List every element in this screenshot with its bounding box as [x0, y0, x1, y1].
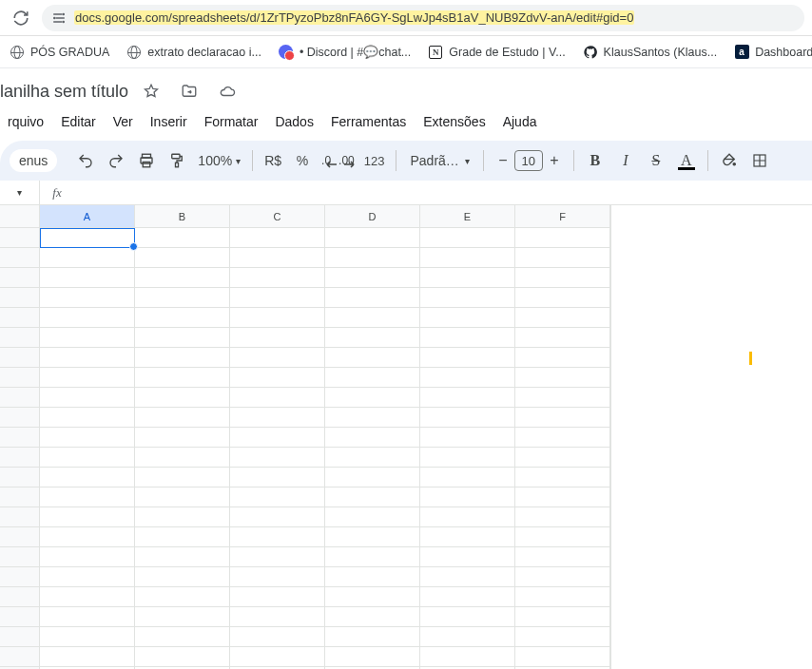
menu-item[interactable]: Ver — [106, 110, 141, 133]
cell[interactable] — [420, 607, 515, 627]
cell[interactable] — [515, 647, 610, 667]
cell[interactable] — [325, 408, 420, 428]
text-color-button[interactable]: A — [673, 147, 700, 174]
cell[interactable] — [230, 288, 325, 308]
cell[interactable] — [40, 547, 135, 567]
cell[interactable] — [515, 328, 610, 348]
cell[interactable] — [325, 527, 420, 547]
cell[interactable] — [135, 448, 230, 468]
cell[interactable] — [515, 388, 610, 408]
cell[interactable] — [40, 268, 135, 288]
zoom-select[interactable]: 100%▾ — [194, 153, 244, 168]
cell[interactable] — [230, 448, 325, 468]
row-header[interactable] — [0, 268, 40, 288]
percent-button[interactable]: % — [289, 147, 316, 174]
cell[interactable] — [40, 647, 135, 667]
column-header[interactable]: E — [420, 205, 515, 228]
cell[interactable] — [230, 527, 325, 547]
bookmark-item[interactable]: KlausSantos (Klaus... — [583, 45, 718, 60]
cell[interactable] — [325, 487, 420, 507]
cell[interactable] — [135, 567, 230, 587]
cell[interactable] — [230, 228, 325, 248]
cell[interactable] — [230, 627, 325, 647]
cell[interactable] — [515, 268, 610, 288]
cell[interactable] — [420, 228, 515, 248]
cell[interactable] — [135, 288, 230, 308]
name-box[interactable]: ▾ — [0, 181, 40, 204]
decrease-font-button[interactable]: − — [492, 149, 514, 172]
redo-icon[interactable] — [103, 147, 129, 174]
cell[interactable] — [135, 388, 230, 408]
cell[interactable] — [135, 547, 230, 567]
cell[interactable] — [40, 587, 135, 607]
cell[interactable] — [420, 507, 515, 527]
row-header[interactable] — [0, 368, 40, 388]
strikethrough-button[interactable]: S — [643, 147, 669, 174]
cell[interactable] — [40, 348, 135, 368]
row-header[interactable] — [0, 308, 40, 328]
cell[interactable] — [135, 368, 230, 388]
row-header[interactable] — [0, 228, 40, 248]
row-header[interactable] — [0, 607, 40, 627]
cell[interactable] — [515, 487, 610, 507]
cell[interactable] — [420, 567, 515, 587]
cell[interactable] — [325, 507, 420, 527]
cell[interactable] — [230, 647, 325, 667]
row-header[interactable] — [0, 448, 40, 468]
bookmark-item[interactable]: aDashboard | Alura — [734, 45, 812, 60]
cell[interactable] — [40, 567, 135, 587]
cell[interactable] — [420, 388, 515, 408]
cell[interactable] — [420, 487, 515, 507]
cell[interactable] — [40, 408, 135, 428]
cell[interactable] — [230, 468, 325, 487]
cell[interactable] — [515, 308, 610, 328]
bookmark-item[interactable]: NGrade de Estudo | V... — [428, 45, 565, 60]
cell[interactable] — [135, 248, 230, 268]
cell[interactable] — [40, 388, 135, 408]
cell[interactable] — [40, 627, 135, 647]
cell[interactable] — [515, 408, 610, 428]
cell[interactable] — [135, 348, 230, 368]
bookmark-item[interactable]: extrato declaracao i... — [126, 45, 261, 60]
paint-format-icon[interactable] — [164, 147, 190, 174]
cell[interactable] — [40, 288, 135, 308]
cell[interactable] — [420, 428, 515, 448]
menu-item[interactable]: rquivo — [0, 110, 51, 133]
url-field[interactable]: docs.google.com/spreadsheets/d/1ZrTPyzoP… — [42, 5, 804, 31]
bookmark-item[interactable]: PÓS GRADUA — [10, 45, 109, 60]
cell[interactable] — [230, 428, 325, 448]
bookmark-item[interactable]: • Discord | #💬chat... — [279, 45, 411, 60]
cell[interactable] — [230, 567, 325, 587]
row-header[interactable] — [0, 547, 40, 567]
cell[interactable] — [515, 348, 610, 368]
cell[interactable] — [325, 268, 420, 288]
cell[interactable] — [325, 448, 420, 468]
cell[interactable] — [230, 348, 325, 368]
cell[interactable] — [325, 587, 420, 607]
cell[interactable] — [40, 308, 135, 328]
cell[interactable] — [40, 368, 135, 388]
cell[interactable] — [135, 268, 230, 288]
cell[interactable] — [325, 468, 420, 487]
cell[interactable] — [515, 607, 610, 627]
cell[interactable] — [135, 408, 230, 428]
select-all-corner[interactable] — [0, 205, 40, 228]
row-header[interactable] — [0, 388, 40, 408]
cell[interactable] — [325, 607, 420, 627]
reload-icon[interactable] — [8, 5, 34, 31]
cell[interactable] — [135, 487, 230, 507]
fill-color-icon[interactable] — [716, 147, 743, 174]
italic-button[interactable]: I — [612, 147, 639, 174]
menus-pill[interactable]: enus — [10, 149, 57, 172]
cell[interactable] — [135, 228, 230, 248]
row-header[interactable] — [0, 428, 40, 448]
cell[interactable] — [230, 388, 325, 408]
cell[interactable] — [135, 328, 230, 348]
cell[interactable] — [230, 607, 325, 627]
menu-item[interactable]: Dados — [267, 110, 320, 133]
increase-decimal-icon[interactable]: .00 — [337, 147, 357, 174]
cell[interactable] — [515, 567, 610, 587]
decrease-decimal-icon[interactable]: .0 — [319, 147, 333, 174]
cell[interactable] — [40, 607, 135, 627]
cell[interactable] — [420, 587, 515, 607]
